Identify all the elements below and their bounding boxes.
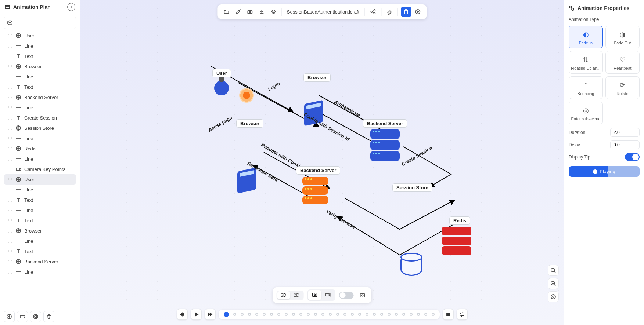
open-folder-button[interactable] xyxy=(221,7,231,17)
timeline-frame[interactable] xyxy=(373,313,376,316)
timeline-frame[interactable] xyxy=(402,313,405,316)
sessionstore-icon[interactable] xyxy=(400,254,422,276)
stop-button[interactable] xyxy=(443,309,454,320)
target-button[interactable] xyxy=(30,311,41,322)
share-button[interactable] xyxy=(368,7,378,17)
plan-item[interactable]: ⋮⋮Browser xyxy=(4,226,76,236)
node-redis-label[interactable]: Redis xyxy=(449,216,470,225)
timeline-frame[interactable] xyxy=(277,313,280,316)
plan-item[interactable]: ⋮⋮Text xyxy=(4,51,76,61)
type-fade-in[interactable]: ◐Fade In xyxy=(569,26,603,48)
delay-input[interactable] xyxy=(610,140,640,149)
display-tip-toggle[interactable] xyxy=(625,153,640,161)
timeline-frame[interactable] xyxy=(380,313,383,316)
plan-item[interactable]: ⋮⋮Text xyxy=(4,82,76,92)
plan-item[interactable]: ⋮⋮Backend Server xyxy=(4,256,76,267)
timeline-frame[interactable] xyxy=(292,313,295,316)
plan-item[interactable]: ⋮⋮Line xyxy=(4,41,76,51)
timeline-frame[interactable] xyxy=(329,313,332,316)
settings-button[interactable] xyxy=(268,7,278,17)
camera-keypoint-button[interactable] xyxy=(17,311,28,322)
edit-button[interactable] xyxy=(233,7,243,17)
type-floating[interactable]: ⇅Floating Up an... xyxy=(569,51,603,74)
timeline-frame[interactable] xyxy=(417,313,420,316)
delete-button[interactable] xyxy=(43,311,54,322)
backend1-icon[interactable] xyxy=(370,129,400,162)
play-button[interactable] xyxy=(191,309,202,320)
timeline-frame[interactable] xyxy=(241,313,244,316)
timeline-frame[interactable] xyxy=(388,313,391,316)
plan-item[interactable]: ⋮⋮Line xyxy=(4,133,76,143)
plan-item[interactable] xyxy=(4,17,76,29)
user-avatar-icon[interactable] xyxy=(214,81,229,95)
rewind-button[interactable] xyxy=(177,309,188,320)
plan-item[interactable]: ⋮⋮Text xyxy=(4,215,76,226)
plan-item[interactable]: ⋮⋮Line xyxy=(4,102,76,113)
node-browser2-label[interactable]: Browser xyxy=(236,119,263,128)
loop-button[interactable] xyxy=(457,309,468,320)
plan-item[interactable]: ⋮⋮Text xyxy=(4,246,76,256)
type-fade-out[interactable]: ◑Fade Out xyxy=(605,26,640,48)
timeline-frame[interactable] xyxy=(314,313,317,316)
plan-item[interactable]: ⋮⋮Line xyxy=(4,185,76,195)
fullscreen-snapshot-button[interactable] xyxy=(357,290,368,300)
play-preview-button[interactable] xyxy=(413,7,423,17)
add-plan-button[interactable]: + xyxy=(67,3,75,11)
view-2d-button[interactable]: 2D xyxy=(290,291,303,299)
plan-item[interactable]: ⋮⋮Line xyxy=(4,154,76,164)
type-subscene[interactable]: ◎Enter sub-scene xyxy=(569,102,603,124)
timeline-frame[interactable] xyxy=(432,313,435,316)
node-sessionstore-label[interactable]: Session Store xyxy=(392,183,432,192)
timeline-frame[interactable] xyxy=(224,312,229,317)
snapshot-button[interactable] xyxy=(245,7,255,17)
plan-item[interactable]: ⋮⋮User xyxy=(4,30,76,41)
plan-item[interactable]: ⋮⋮Camera Key Points xyxy=(4,164,76,174)
zoom-in-button[interactable] xyxy=(548,265,559,276)
playing-button[interactable]: Playing xyxy=(569,166,640,177)
plan-item[interactable]: ⋮⋮Line xyxy=(4,267,76,277)
timeline-frame[interactable] xyxy=(343,313,346,316)
view-3d-button[interactable]: 3D xyxy=(277,291,290,299)
timeline-frame[interactable] xyxy=(410,313,413,316)
redis-icon[interactable] xyxy=(442,227,471,256)
timeline-frame[interactable] xyxy=(307,313,310,316)
eraser-button[interactable] xyxy=(384,7,395,17)
add-item-button[interactable] xyxy=(4,311,15,322)
timeline[interactable] xyxy=(219,310,440,319)
plan-list[interactable]: ⋮⋮User⋮⋮Line⋮⋮Text⋮⋮Browser⋮⋮Line⋮⋮Text⋮… xyxy=(0,14,80,308)
timeline-frame[interactable] xyxy=(336,313,339,316)
view-toggle[interactable] xyxy=(339,292,354,299)
timeline-frame[interactable] xyxy=(255,313,258,316)
backend2-icon[interactable] xyxy=(302,177,328,205)
timeline-frame[interactable] xyxy=(424,313,427,316)
plan-item[interactable]: ⋮⋮Browser xyxy=(4,61,76,72)
plan-item[interactable]: ⋮⋮Create Session xyxy=(4,113,76,123)
timeline-frame[interactable] xyxy=(351,313,354,316)
timeline-frame[interactable] xyxy=(263,313,266,316)
timeline-frame[interactable] xyxy=(233,313,236,316)
zoom-reset-button[interactable] xyxy=(548,291,559,302)
node-backend1-label[interactable]: Backend Server xyxy=(363,119,407,128)
camera-video-button[interactable] xyxy=(321,290,335,300)
timeline-frame[interactable] xyxy=(358,313,361,316)
plan-item[interactable]: ⋮⋮Redis xyxy=(4,143,76,154)
plan-item[interactable]: ⋮⋮Session Store xyxy=(4,123,76,133)
plan-item[interactable]: ⋮⋮Line xyxy=(4,72,76,82)
node-user-label[interactable]: User xyxy=(212,69,231,77)
timeline-frame[interactable] xyxy=(248,313,251,316)
duration-input[interactable] xyxy=(610,128,640,137)
camera-still-button[interactable] xyxy=(308,290,321,300)
timeline-frame[interactable] xyxy=(299,313,302,316)
forward-button[interactable] xyxy=(205,309,216,320)
type-heartbeat[interactable]: ♡Heartbeat xyxy=(605,51,640,74)
plan-item[interactable]: ⋮⋮User xyxy=(4,174,76,185)
timeline-frame[interactable] xyxy=(270,313,273,316)
clipboard-button[interactable] xyxy=(401,7,411,17)
type-bouncing[interactable]: ⤴Bouncing xyxy=(569,76,603,99)
plan-item[interactable]: ⋮⋮Backend Server xyxy=(4,92,76,102)
timeline-frame[interactable] xyxy=(321,313,324,316)
zoom-out-button[interactable] xyxy=(548,278,559,289)
download-button[interactable] xyxy=(256,7,267,17)
node-backend2-label[interactable]: Backend Server xyxy=(296,166,340,175)
node-browser1-label[interactable]: Browser xyxy=(303,73,331,82)
